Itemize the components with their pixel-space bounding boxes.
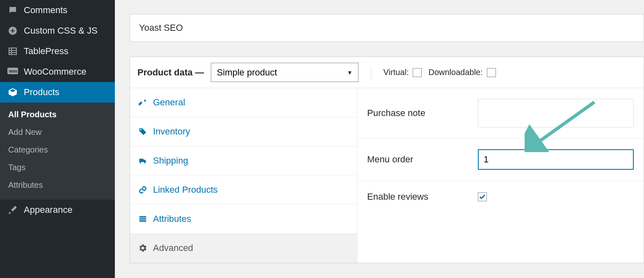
sidebar-label: Products bbox=[24, 87, 59, 98]
menu-order-row: Menu order bbox=[357, 139, 644, 181]
svg-rect-4 bbox=[139, 216, 146, 217]
divider bbox=[371, 66, 371, 79]
product-data-title: Product data — bbox=[137, 67, 204, 78]
yoast-seo-metabox[interactable]: Yoast SEO bbox=[130, 14, 644, 42]
submenu-all-products[interactable]: All Products bbox=[0, 106, 115, 123]
svg-text:woo: woo bbox=[9, 69, 17, 73]
sidebar-item-tablepress[interactable]: TablePress bbox=[0, 41, 115, 62]
sidebar-label: Custom CSS & JS bbox=[24, 25, 98, 36]
wrench-icon bbox=[138, 98, 147, 107]
yoast-title: Yoast SEO bbox=[139, 23, 183, 33]
tab-general[interactable]: General bbox=[130, 88, 357, 117]
purchase-note-row: Purchase note bbox=[357, 88, 644, 139]
virtual-toggle[interactable]: Virtual: bbox=[384, 68, 422, 77]
virtual-checkbox[interactable] bbox=[413, 68, 422, 77]
tag-icon bbox=[138, 127, 147, 136]
sidebar-item-comments[interactable]: Comments bbox=[0, 0, 115, 21]
svg-rect-1 bbox=[9, 48, 16, 55]
product-data-metabox: Product data — Simple product ▼ Virtual:… bbox=[130, 57, 644, 263]
link-icon bbox=[138, 185, 147, 194]
product-data-header: Product data — Simple product ▼ Virtual:… bbox=[130, 57, 644, 88]
tab-linked-products[interactable]: Linked Products bbox=[130, 175, 357, 205]
submenu-add-new[interactable]: Add New bbox=[0, 123, 115, 141]
enable-reviews-row: Enable reviews bbox=[357, 181, 644, 213]
submenu-categories[interactable]: Categories bbox=[0, 141, 115, 159]
products-submenu: All Products Add New Categories Tags Att… bbox=[0, 103, 115, 200]
tab-label: Shipping bbox=[153, 155, 188, 166]
admin-sidebar: Comments Custom CSS & JS TablePress woo … bbox=[0, 0, 115, 278]
product-data-tabs: General Inventory Shipping bbox=[130, 88, 357, 263]
submenu-tags[interactable]: Tags bbox=[0, 159, 115, 176]
tab-shipping[interactable]: Shipping bbox=[130, 146, 357, 175]
sidebar-item-appearance[interactable]: Appearance bbox=[0, 200, 115, 220]
sidebar-item-products[interactable]: Products bbox=[0, 82, 115, 103]
table-icon bbox=[7, 46, 18, 57]
gear-icon bbox=[138, 244, 147, 253]
submenu-attributes[interactable]: Attributes bbox=[0, 176, 115, 194]
tab-label: Advanced bbox=[153, 243, 193, 253]
tab-inventory[interactable]: Inventory bbox=[130, 117, 357, 146]
svg-rect-5 bbox=[139, 218, 146, 219]
brush-icon bbox=[7, 205, 18, 215]
downloadable-label: Downloadable: bbox=[428, 68, 482, 77]
sidebar-label: WooCommerce bbox=[24, 66, 86, 77]
sidebar-label: TablePress bbox=[24, 46, 69, 57]
comment-icon bbox=[7, 5, 18, 16]
product-type-select[interactable]: Simple product bbox=[211, 63, 359, 82]
box-icon bbox=[7, 87, 18, 98]
tab-attributes[interactable]: Attributes bbox=[130, 205, 357, 234]
list-icon bbox=[138, 214, 147, 223]
tab-advanced[interactable]: Advanced bbox=[130, 234, 357, 263]
product-data-content: Purchase note Menu order Enable reviews bbox=[357, 88, 644, 263]
purchase-note-input[interactable] bbox=[478, 99, 634, 128]
menu-order-label: Menu order bbox=[367, 154, 461, 165]
svg-rect-6 bbox=[139, 220, 146, 221]
downloadable-toggle[interactable]: Downloadable: bbox=[428, 68, 496, 77]
sidebar-label: Appearance bbox=[24, 205, 73, 215]
menu-order-input[interactable] bbox=[478, 149, 634, 170]
virtual-label: Virtual: bbox=[384, 68, 409, 77]
enable-reviews-checkbox[interactable] bbox=[478, 192, 487, 201]
truck-icon bbox=[138, 156, 147, 165]
product-data-body: General Inventory Shipping bbox=[130, 88, 644, 263]
tab-label: General bbox=[153, 97, 185, 108]
sidebar-label: Comments bbox=[24, 5, 67, 16]
plus-circle-icon bbox=[7, 25, 18, 36]
tab-label: Attributes bbox=[153, 214, 191, 224]
downloadable-checkbox[interactable] bbox=[487, 68, 496, 77]
enable-reviews-label: Enable reviews bbox=[367, 191, 461, 202]
woo-icon: woo bbox=[7, 66, 18, 77]
purchase-note-label: Purchase note bbox=[367, 108, 461, 118]
sidebar-item-woocommerce[interactable]: woo WooCommerce bbox=[0, 62, 115, 82]
tab-label: Linked Products bbox=[153, 185, 218, 195]
main-content: Yoast SEO Product data — Simple product … bbox=[115, 0, 644, 278]
sidebar-item-custom-css-js[interactable]: Custom CSS & JS bbox=[0, 21, 115, 41]
tab-label: Inventory bbox=[153, 126, 190, 137]
